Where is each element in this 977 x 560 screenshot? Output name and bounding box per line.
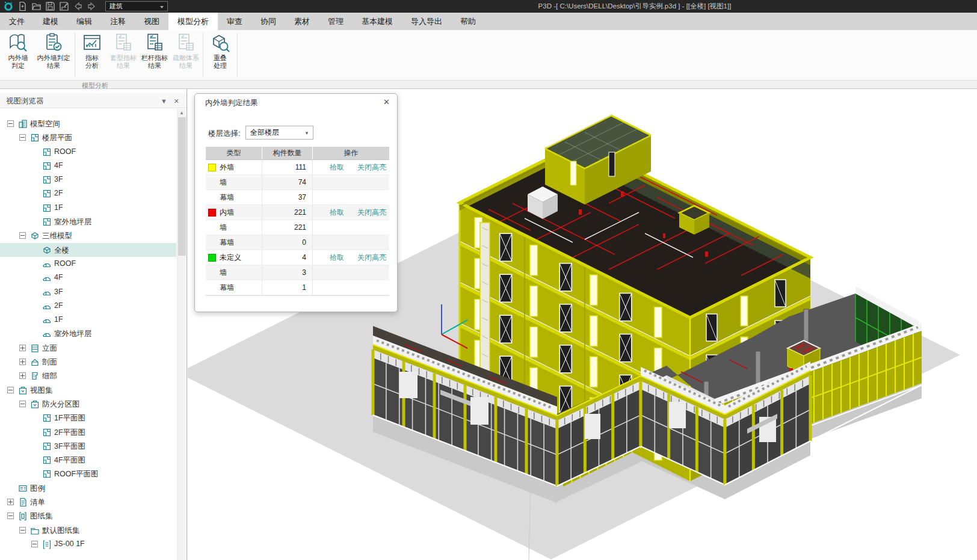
tree-item-室外地坪层[interactable]: 室外地坪层 [0,215,176,229]
tab-导入导出[interactable]: 导入导出 [402,13,451,30]
tab-编辑[interactable]: 编辑 [67,13,101,30]
chevron-down-icon[interactable]: ▼ [161,97,167,105]
tab-管理[interactable]: 管理 [319,13,353,30]
tree-item-1F[interactable]: 1F [0,201,176,215]
scrollbar-thumb[interactable] [178,117,186,256]
tree-item-2F[interactable]: 2F [0,186,176,200]
tree-item-label: 默认图纸集 [42,526,80,536]
tree-item-剖面[interactable]: 剖面 [0,355,176,369]
tab-文件[interactable]: 文件 [0,13,34,30]
tree-item-ROOF[interactable]: ROOF [0,257,176,271]
tree-item-防火分区图[interactable]: 防火分区图 [0,397,176,411]
tree-item-label: 4F [54,273,63,282]
tab-模型分析[interactable]: 模型分析 [168,13,218,30]
tree-item-2F平面图[interactable]: 2F平面图 [0,425,176,439]
tree-item-ROOF平面图[interactable]: ROOF平面图 [0,467,176,481]
tree-item-清单[interactable]: 清单 [0,495,176,509]
expand-icon[interactable] [19,358,26,365]
tab-注释[interactable]: 注释 [101,13,135,30]
tree-item-JS-00 1F[interactable]: JS-00 1F [0,537,176,551]
tab-建模[interactable]: 建模 [34,13,67,30]
tree-item-三维模型[interactable]: 三维模型 [0,229,176,242]
tree-item-1F[interactable]: 1F [0,313,176,327]
tree-item-立面[interactable]: 立面 [0,341,176,355]
ribbon-button-内外墙判定[interactable]: 内外墙判定 [2,32,34,70]
ribbon-button-内外墙判定结果[interactable]: 内外墙判定结果 [34,32,73,70]
tree-scrollbar[interactable]: ▲ [177,109,186,560]
tree-item-细部[interactable]: 细部 [0,369,176,383]
detail-icon [30,371,40,381]
collapse-icon[interactable] [19,232,26,239]
tree-item-label: 2F平面图 [54,428,85,438]
plan-icon [42,469,52,479]
collapse-icon[interactable] [19,527,26,534]
expand-icon[interactable] [19,345,26,351]
tree-item-4F[interactable]: 4F [0,271,176,285]
tree-item-4F平面图[interactable]: 4F平面图 [0,453,176,467]
tree-item-label: 视图集 [30,386,53,396]
tree-item-全楼[interactable]: 全楼 [0,243,176,257]
expand-icon[interactable] [19,372,26,379]
tree-item-3F[interactable]: 3F [0,285,176,299]
close-highlight-link[interactable]: 关闭高亮 [357,253,386,263]
wall-result-table: 类型构件数量操作外墙111拾取关闭高亮墙74幕墙37内墙221拾取关闭高亮墙22… [206,147,389,296]
clip-check-icon [43,32,64,53]
box3d-icon [42,245,52,255]
forward-icon[interactable] [87,1,97,11]
tree-item-3F平面图[interactable]: 3F平面图 [0,439,176,453]
collapse-icon[interactable] [31,541,38,547]
cell-type: 墙 [206,223,262,233]
tree-item-图例[interactable]: 图例 [0,481,176,495]
plan-icon [42,175,52,185]
table-row-幕墙-8: 幕墙1 [206,280,389,295]
tree-item-模型空间[interactable]: 模型空间 [0,117,176,131]
ribbon-button-重叠处理[interactable]: 重叠处理 [205,32,236,70]
save-icon[interactable] [45,1,55,11]
ribbon-separator [203,32,203,77]
tree-item-默认图纸集[interactable]: 默认图纸集 [0,523,176,537]
collapse-icon[interactable] [7,387,14,393]
tree-item-4F[interactable]: 4F [0,159,176,173]
close-highlight-link[interactable]: 关闭高亮 [357,208,386,218]
plan-icon [42,203,52,213]
tree-item-ROOF[interactable]: ROOF [0,145,176,159]
table-row-幕墙-2: 幕墙37 [206,190,389,205]
tree-item-label: 三维模型 [42,231,72,241]
mode-dropdown[interactable]: 建筑 [105,1,168,11]
ribbon-button-指标分析[interactable]: 指标分析 [76,32,108,70]
tree-item-图纸集[interactable]: 图纸集 [0,509,176,523]
close-icon[interactable]: ✕ [174,97,179,105]
cell-type: 外墙 [206,162,262,173]
tab-视图[interactable]: 视图 [135,13,168,30]
collapse-icon[interactable] [19,134,26,141]
tab-帮助[interactable]: 帮助 [451,13,485,30]
back-icon[interactable] [73,1,83,11]
tree-item-2F[interactable]: 2F [0,299,176,313]
save-as-icon[interactable] [59,1,69,11]
tab-素材[interactable]: 素材 [285,13,319,30]
open-file-icon[interactable] [31,1,42,11]
scroll-up-icon[interactable]: ▲ [179,110,184,115]
close-icon[interactable]: ✕ [383,97,390,106]
expand-icon[interactable] [7,499,14,505]
tab-基本建模[interactable]: 基本建模 [353,13,402,30]
new-file-icon[interactable] [17,1,28,11]
tree-item-楼层平面[interactable]: 楼层平面 [0,131,176,144]
tree-item-室外地坪层[interactable]: 室外地坪层 [0,327,176,340]
floor-select-dropdown[interactable]: 全部楼层▼ [245,126,313,140]
tree-item-3F[interactable]: 3F [0,173,176,186]
collapse-icon[interactable] [19,401,26,407]
plan-icon [42,161,52,171]
tree-item-视图集[interactable]: 视图集 [0,383,176,397]
pick-link[interactable]: 拾取 [330,253,344,263]
tab-审查[interactable]: 审查 [218,13,251,30]
collapse-icon[interactable] [7,120,14,127]
pick-link[interactable]: 拾取 [330,208,344,218]
cell-actions [313,220,389,235]
close-highlight-link[interactable]: 关闭高亮 [357,162,386,173]
tab-协同[interactable]: 协同 [251,13,285,30]
collapse-icon[interactable] [7,512,14,519]
tree-item-1F平面图[interactable]: 1F平面图 [0,411,176,425]
pick-link[interactable]: 拾取 [330,162,344,173]
ribbon-button-栏杆指标结果[interactable]: 栏杆指标结果 [139,32,170,70]
